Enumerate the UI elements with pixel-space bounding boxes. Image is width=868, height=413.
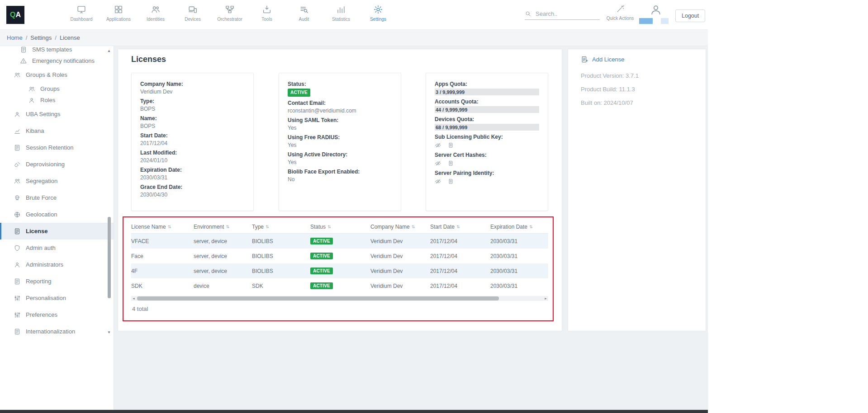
field-label: Server Pairing Identity: [435, 170, 539, 176]
accent-swatch-light [661, 18, 669, 24]
nav-item-identities[interactable]: Identities [137, 5, 174, 22]
sidebar-item-label: Emergency notifications [32, 57, 95, 64]
search-input[interactable] [536, 10, 592, 17]
nav-item-devices[interactable]: Devices [174, 5, 211, 22]
cell-start-date: 2017/12/04 [430, 238, 490, 244]
sort-icon[interactable]: ⇅ [168, 225, 171, 229]
reveal-eye-off-icon[interactable] [435, 160, 441, 167]
table-row-4f[interactable]: 4Fserver, deviceBIOLIBSACTIVEVeridium De… [131, 263, 548, 278]
sidebar-item-label: Groups [40, 85, 60, 92]
scroll-right-arrow[interactable]: ► [543, 296, 548, 301]
sidebar-item-kibana[interactable]: Kibana [0, 122, 114, 139]
sort-icon[interactable]: ⇅ [266, 225, 269, 229]
user-avatar[interactable] [650, 4, 662, 16]
column-header-expiration-date[interactable]: Expiration Date⇅ [490, 224, 548, 230]
reveal-eye-off-icon[interactable] [435, 142, 441, 149]
scroll-left-arrow[interactable]: ◄ [131, 296, 136, 301]
search-bar [525, 10, 600, 20]
sidebar-item-reporting[interactable]: Reporting [0, 273, 114, 290]
sidebar-item-session-retention[interactable]: Session Retention [0, 139, 114, 156]
sidebar-scroll-down-arrow[interactable]: ▼ [107, 330, 111, 334]
column-header-license-name[interactable]: License Name⇅ [131, 224, 194, 230]
cell-company-name: Veridium Dev [370, 283, 430, 289]
quick-actions-button[interactable]: Quick Actions [605, 5, 635, 21]
cell-environment: device [194, 283, 252, 289]
sidebar-item-roles[interactable]: Roles [0, 94, 114, 106]
sidebar-item-personalisation[interactable]: Personalisation [0, 290, 114, 306]
column-header-status[interactable]: Status⇅ [310, 224, 370, 230]
cell-status: ACTIVE [310, 282, 370, 289]
column-header-type[interactable]: Type⇅ [252, 224, 310, 230]
nav-item-tools[interactable]: Tools [248, 5, 285, 22]
sidebar-item-license[interactable]: License [0, 223, 114, 239]
sort-icon[interactable]: ⇅ [412, 225, 415, 229]
nav-item-orchestrator[interactable]: Orchestrator [211, 5, 248, 22]
sidebar-item-deprovisioning[interactable]: Deprovisioning [0, 156, 114, 173]
sidebar-list: SMS templatesEmergency notificationsGrou… [0, 46, 114, 338]
sidebar-item-administrators[interactable]: Administrators [0, 256, 114, 273]
cell-status: ACTIVE [310, 253, 370, 259]
scrollbar-track[interactable] [136, 296, 543, 301]
logout-button[interactable]: Logout [675, 9, 705, 22]
cell-status: ACTIVE [310, 238, 370, 244]
nav-item-dashboard[interactable]: Dashboard [63, 5, 100, 22]
applications-icon [114, 5, 123, 14]
field-label: Sub Licensing Public Key: [435, 134, 539, 140]
sidebar-scroll-up-arrow[interactable]: ▲ [107, 49, 111, 53]
table-row-vface[interactable]: VFACEserver, deviceBIOLIBSACTIVEVeridium… [131, 234, 548, 249]
field-value: No [288, 176, 392, 183]
copy-icon[interactable] [447, 178, 454, 185]
sort-icon[interactable]: ⇅ [327, 225, 331, 229]
sidebar-item-emergency-notifications[interactable]: Emergency notifications [0, 55, 114, 66]
column-header-company-name[interactable]: Company Name⇅ [370, 224, 430, 230]
field-label: Apps Quota: [435, 81, 539, 87]
field-label: Contact Email: [288, 100, 392, 106]
orchestrator-icon [225, 5, 235, 14]
nav-item-statistics[interactable]: Statistics [323, 5, 360, 22]
sidebar-item-preferences[interactable]: Preferences [0, 306, 114, 323]
table-body: VFACEserver, deviceBIOLIBSACTIVEVeridium… [131, 234, 548, 293]
sidebar-item-groups[interactable]: Groups [0, 83, 114, 94]
doc-icon [14, 144, 21, 151]
sidebar-item-groups-roles[interactable]: Groups & Roles [0, 66, 114, 83]
breadcrumb-home[interactable]: Home [7, 34, 23, 41]
sidebar-item-label: Segregation [26, 178, 57, 184]
table-row-face[interactable]: Faceserver, deviceBIOLIBSACTIVEVeridium … [131, 249, 548, 263]
sort-icon[interactable]: ⇅ [456, 225, 460, 229]
copy-icon[interactable] [447, 142, 454, 149]
field-status: Status:ACTIVE [288, 81, 392, 97]
nav-item-applications[interactable]: Applications [100, 5, 137, 22]
quota-bar: 44 / 9,999,999 [435, 106, 539, 113]
sidebar-item-brute-force[interactable]: Brute Force [0, 189, 114, 206]
sidebar-item-internationalization[interactable]: Internationalization [0, 323, 114, 338]
table-row-sdk[interactable]: SDKdeviceSDKACTIVEVeridium Dev2017/12/04… [131, 278, 548, 293]
sidebar-scrollbar-thumb[interactable] [108, 217, 111, 298]
column-header-start-date[interactable]: Start Date⇅ [430, 224, 490, 230]
field-company-name: Company Name:Veridium Dev [140, 81, 245, 95]
quota-value: 3 / 9,999,999 [435, 89, 465, 95]
sidebar-item-admin-auth[interactable]: Admin auth [0, 239, 114, 256]
field-server-cert-hashes: Server Cert Hashes: [435, 152, 539, 167]
nav-item-settings[interactable]: Settings [360, 5, 397, 22]
sidebar-item-label: Kibana [26, 127, 44, 134]
breadcrumb-settings[interactable]: Settings [30, 34, 52, 41]
scrollbar-thumb[interactable] [137, 296, 499, 300]
field-expiration-date: Expiration Date:2030/03/31 [140, 167, 245, 181]
cell-environment: server, device [194, 253, 252, 259]
nav-item-audit[interactable]: Audit [285, 5, 323, 22]
copy-icon[interactable] [447, 160, 454, 167]
sidebar-item-geolocation[interactable]: Geolocation [0, 206, 114, 223]
logo-letter-a: A [15, 11, 21, 19]
sort-icon[interactable]: ⇅ [529, 225, 533, 229]
column-header-environment[interactable]: Environment⇅ [194, 224, 252, 230]
sidebar-item-uba-settings[interactable]: UBA Settings [0, 106, 114, 122]
cell-type: SDK [252, 283, 310, 289]
add-license-button[interactable]: Add License [581, 56, 625, 63]
sort-icon[interactable]: ⇅ [226, 225, 229, 229]
reveal-eye-off-icon[interactable] [435, 178, 441, 185]
settings-icon [373, 5, 383, 14]
sidebar-item-segregation[interactable]: Segregation [0, 173, 114, 189]
column-label: Company Name [370, 224, 410, 230]
sidebar-item-sms-templates[interactable]: SMS templates [0, 46, 114, 55]
app-logo[interactable]: Q A [6, 6, 24, 24]
